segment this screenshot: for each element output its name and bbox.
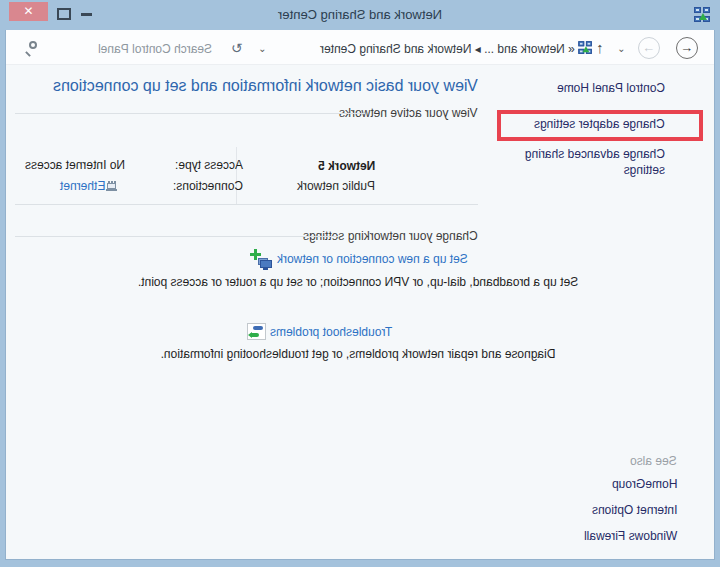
connections-label: Connections: — [173, 179, 243, 193]
setup-new-connection-link[interactable]: Set up a new connection or network — [277, 252, 468, 266]
ethernet-link[interactable]: Ethernet — [60, 179, 105, 193]
up-button[interactable]: ↑ — [596, 39, 604, 56]
sidebar-item-windows-firewall[interactable]: Windows Firewall — [584, 529, 677, 543]
back-button[interactable]: ← — [676, 37, 698, 59]
network-name: Network 5 — [318, 159, 375, 173]
troubleshoot-icon — [247, 323, 266, 340]
sidebar-item-change-adapter-settings[interactable]: Change adapter settings — [534, 117, 665, 131]
sidebar-item-control-panel-home[interactable]: Control Panel Home — [557, 81, 665, 95]
troubleshoot-problems-link[interactable]: Troubleshoot problems — [270, 325, 392, 339]
sidebar-item-change-advanced-sharing[interactable]: Change advanced sharing settings — [500, 146, 665, 178]
troubleshoot-description: Diagnose and repair network problems, or… — [88, 347, 628, 362]
section-rule — [15, 236, 338, 237]
page-title: View your basic network information and … — [53, 77, 478, 95]
title-bar: Network and Sharing Center — [0, 7, 720, 22]
window-network-icon — [694, 7, 711, 23]
minimize-icon[interactable] — [81, 13, 92, 16]
see-also-heading: See also — [630, 454, 677, 468]
recent-pages-chevron-icon[interactable]: ⌄ — [617, 43, 625, 54]
forward-button[interactable]: → — [638, 37, 660, 59]
maximize-icon[interactable] — [57, 8, 71, 20]
address-dropdown-chevron-icon[interactable]: ⌄ — [258, 43, 266, 54]
breadcrumb[interactable]: « Network and ... ▸ Network and Sharing … — [320, 42, 575, 56]
section-rule — [15, 204, 478, 205]
search-icon — [24, 41, 38, 55]
sidebar-item-homegroup[interactable]: HomeGroup — [612, 477, 677, 491]
access-type-value: No Internet access — [25, 158, 125, 172]
network-type: Public network — [297, 179, 375, 193]
breadcrumb-network-icon — [578, 41, 592, 55]
setup-new-connection-description: Set up a broadband, dial-up, or VPN conn… — [92, 275, 624, 290]
column-divider — [236, 147, 237, 204]
close-button[interactable]: ✕ — [9, 2, 48, 21]
access-type-label: Access type: — [175, 158, 243, 172]
search-input[interactable]: Search Control Panel — [98, 42, 212, 56]
network-sharing-center-window: Network and Sharing Center ✕ ← → ⌄ ↑ « N… — [0, 0, 720, 567]
sidebar-item-internet-options[interactable]: Internet Options — [592, 503, 677, 517]
new-connection-icon — [250, 249, 272, 271]
section-rule — [15, 113, 365, 114]
refresh-button[interactable]: ↻ — [231, 40, 243, 56]
ethernet-icon — [106, 180, 118, 192]
window-title: Network and Sharing Center — [278, 7, 442, 22]
